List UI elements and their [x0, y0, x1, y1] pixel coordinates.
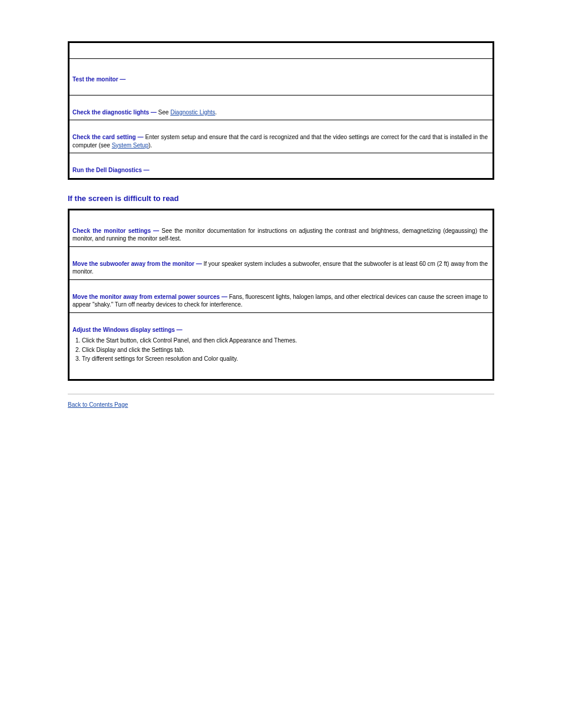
table-row: Check the diagnostic lights — See Diagno… [69, 95, 494, 120]
row4-line1b: ). [148, 142, 152, 149]
diag-lights-heading: Check the diagnostic lights — [72, 109, 157, 116]
subwoofer-heading: Move the subwoofer away from the monitor… [72, 261, 202, 267]
card-setting-heading: Check the card setting — [72, 134, 144, 140]
row3-pre: See [158, 109, 171, 116]
table-row: Move the monitor away from external powe… [69, 279, 494, 312]
list-item: Click the Start button, click Control Pa… [82, 336, 488, 345]
table-row: Test the monitor — [69, 58, 494, 95]
table-row: Adjust the Windows display settings — Cl… [69, 312, 494, 380]
test-monitor-heading: Test the monitor — [72, 76, 125, 83]
troubleshoot-table-2: Check the monitor settings — See the mon… [68, 209, 494, 381]
row3-post: . [215, 109, 217, 116]
list-item: Try different settings for Screen resolu… [82, 354, 488, 364]
monitor-settings-heading: Check the monitor settings — [72, 228, 159, 234]
table-row: Move the subwoofer away from the monitor… [69, 246, 494, 279]
back-to-contents-link[interactable]: Back to Contents Page [68, 401, 128, 408]
troubleshoot-table-1: Test the monitor — Check the diagnostic … [68, 41, 494, 180]
windows-display-heading: Adjust the Windows display settings — [72, 327, 183, 333]
external-power-heading: Move the monitor away from external powe… [72, 294, 227, 300]
divider [68, 394, 494, 394]
diagnostic-lights-link[interactable]: Diagnostic Lights [170, 109, 215, 116]
table-row: Run the Dell Diagnostics — [69, 153, 494, 179]
run-dell-diag-heading: Run the Dell Diagnostics [72, 167, 144, 173]
dash: — [144, 167, 150, 173]
section-heading: If the screen is difficult to read [68, 194, 494, 203]
table-row [69, 42, 494, 59]
list-item: Click Display and click the Settings tab… [82, 345, 488, 355]
windows-steps-list: Click the Start button, click Control Pa… [72, 336, 488, 364]
table-row: Check the card setting — Enter system se… [69, 120, 494, 153]
table-row: Check the monitor settings — See the mon… [69, 209, 494, 246]
document-page: Test the monitor — Check the diagnostic … [0, 0, 562, 408]
system-setup-link[interactable]: System Setup [112, 142, 148, 149]
